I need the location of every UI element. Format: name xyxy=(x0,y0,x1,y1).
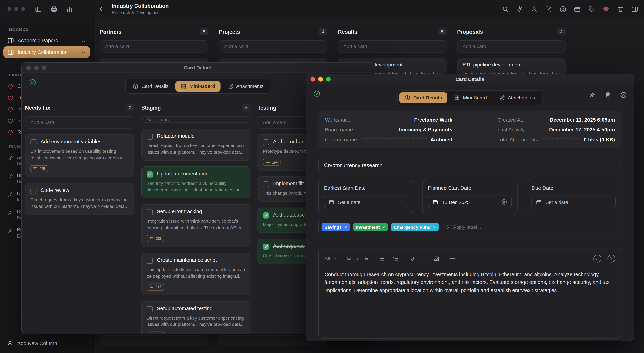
column-menu-button[interactable]: ··· xyxy=(190,29,196,35)
text-style-dropdown[interactable]: Aa xyxy=(324,256,337,261)
close-window-dot[interactable] xyxy=(7,7,11,11)
chevron-down-icon xyxy=(332,256,337,261)
card-checkbox[interactable] xyxy=(146,257,153,263)
pin-card-button[interactable] xyxy=(588,91,596,99)
tab-attachments[interactable]: Attachments xyxy=(222,81,269,92)
image-button[interactable] xyxy=(432,255,440,262)
close-window-dot[interactable] xyxy=(310,77,315,81)
mini-card[interactable]: Setup automated testing Direct request f… xyxy=(141,301,250,333)
sidebar-item-industry-collaboration[interactable]: Industry Collaboration ··· xyxy=(3,47,90,58)
mini-card[interactable]: Create maintenance script This update is… xyxy=(141,252,250,295)
card-view-button[interactable] xyxy=(573,5,581,13)
settings-button[interactable] xyxy=(516,5,523,13)
label-chip-emergency-fund[interactable]: Emergency Fund× xyxy=(391,223,439,231)
set-date-button[interactable]: 18 Dec 2025 xyxy=(428,196,512,208)
mini-card-completed[interactable]: Update documentation Security patch to a… xyxy=(141,166,250,198)
ellipsis-icon[interactable]: ··· xyxy=(79,49,86,55)
print-button[interactable] xyxy=(50,5,58,13)
column-menu-button[interactable]: ··· xyxy=(116,105,122,111)
remove-label-icon[interactable]: × xyxy=(344,225,347,229)
card-title: Setup automated testing xyxy=(157,305,212,311)
back-button[interactable] xyxy=(98,5,105,12)
code-button[interactable]: { } xyxy=(423,256,426,261)
complete-checkbox[interactable] xyxy=(29,79,36,86)
mini-card[interactable]: Setup error tracking Integration issue w… xyxy=(141,204,250,247)
close-window-dot[interactable] xyxy=(26,65,31,70)
tab-mini-board[interactable]: Mini-Board xyxy=(176,81,221,92)
help-button[interactable]: ? xyxy=(608,255,615,262)
horizontal-rule-button[interactable]: — xyxy=(450,256,455,261)
italic-button[interactable]: I xyxy=(357,256,358,261)
checklist-icon xyxy=(150,236,154,240)
add-card-input[interactable] xyxy=(25,116,134,129)
card-checkbox[interactable] xyxy=(30,139,36,145)
label-chip-savings[interactable]: Savings× xyxy=(322,223,350,231)
toggle-sidebar-button[interactable] xyxy=(34,5,42,13)
analytics-button[interactable] xyxy=(66,5,73,13)
complete-checkbox[interactable] xyxy=(314,90,320,97)
card-checkbox-checked[interactable] xyxy=(263,212,269,218)
column-menu-button[interactable]: ··· xyxy=(547,29,553,35)
minimize-window-dot[interactable] xyxy=(14,7,18,11)
card-checkbox-checked[interactable] xyxy=(146,171,153,177)
labels-button[interactable] xyxy=(588,5,595,13)
bullet-list-button[interactable] xyxy=(378,255,386,262)
mini-card[interactable]: Add environment variables UX improvement… xyxy=(25,134,134,177)
ellipsis-icon[interactable]: ··· xyxy=(79,38,86,44)
column-menu-button[interactable]: ··· xyxy=(428,29,434,35)
zoom-window-dot[interactable] xyxy=(42,65,46,70)
mini-card[interactable]: Code review Direct request from a key cu… xyxy=(25,183,134,215)
delete-card-button[interactable] xyxy=(604,91,612,99)
minimize-window-dot[interactable] xyxy=(34,65,38,70)
tab-card-details[interactable]: Card Details xyxy=(399,93,448,103)
bold-button[interactable]: B xyxy=(347,256,351,261)
calendar-icon xyxy=(536,199,542,205)
card-checkbox[interactable] xyxy=(146,209,153,215)
column-menu-button[interactable]: ··· xyxy=(232,105,238,111)
toggle-right-panel-button[interactable] xyxy=(631,5,638,13)
reactions-button[interactable] xyxy=(559,5,566,13)
card-checkbox[interactable] xyxy=(30,188,36,194)
add-column-icon xyxy=(6,340,13,347)
add-card-input[interactable] xyxy=(100,40,208,53)
search-button[interactable] xyxy=(502,5,509,13)
tab-attachments[interactable]: Attachments xyxy=(494,93,540,103)
sidebar-item-academic-papers[interactable]: Academic Papers ··· xyxy=(3,35,90,47)
trash-button[interactable] xyxy=(616,5,624,13)
mini-card[interactable]: Refactor module Direct request from a ke… xyxy=(141,129,250,161)
label-chip-investment[interactable]: Investment× xyxy=(353,223,388,231)
zoom-window-dot[interactable] xyxy=(326,77,330,81)
column-menu-button[interactable]: ··· xyxy=(308,29,315,35)
close-dialog-button[interactable] xyxy=(620,91,627,99)
add-card-input[interactable] xyxy=(219,40,327,53)
add-card-input[interactable] xyxy=(457,40,566,53)
remove-label-icon[interactable]: × xyxy=(382,225,385,229)
pen-circle-button[interactable] xyxy=(594,255,601,262)
card-checkbox[interactable] xyxy=(263,139,269,145)
remove-label-icon[interactable]: × xyxy=(433,225,436,229)
board-card[interactable] xyxy=(100,335,208,346)
apply-label-input[interactable]: Apply label... xyxy=(444,224,481,230)
set-date-button[interactable]: Set a date xyxy=(324,196,408,208)
card-checkbox-checked[interactable] xyxy=(263,243,269,250)
card-checkbox[interactable] xyxy=(146,306,153,312)
description-text[interactable]: Conduct thorough research on cryptocurre… xyxy=(324,271,615,294)
add-card-input[interactable] xyxy=(141,116,250,123)
card-checkbox[interactable] xyxy=(263,181,269,187)
link-button[interactable] xyxy=(410,255,417,262)
add-card-input[interactable] xyxy=(338,40,446,53)
minimize-window-dot[interactable] xyxy=(318,77,323,81)
tab-card-details[interactable]: Card Details xyxy=(128,81,174,92)
favorites-button[interactable] xyxy=(602,5,610,13)
card-checkbox[interactable] xyxy=(146,134,153,140)
numbered-list-button[interactable] xyxy=(392,255,399,262)
clear-date-button[interactable] xyxy=(501,199,508,205)
compose-button[interactable] xyxy=(544,5,552,13)
add-new-column-button[interactable]: Add New Column xyxy=(6,340,57,347)
zoom-window-dot[interactable] xyxy=(22,7,25,11)
strikethrough-button[interactable]: S xyxy=(364,256,368,261)
card-title-input[interactable] xyxy=(318,159,622,171)
profile-button[interactable] xyxy=(530,5,538,13)
set-date-button[interactable]: Set a date xyxy=(532,196,616,208)
tab-mini-board[interactable]: Mini-Board xyxy=(449,93,492,103)
